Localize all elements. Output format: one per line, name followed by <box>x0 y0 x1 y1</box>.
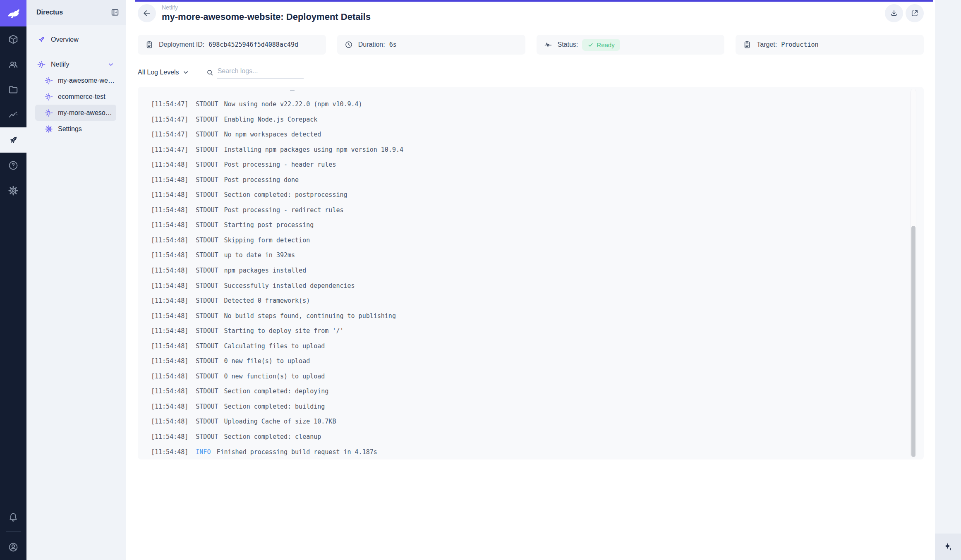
module-content[interactable] <box>0 26 26 52</box>
netlify-node-icon <box>45 109 53 117</box>
sidebar-item-overview[interactable]: Overview <box>26 31 121 48</box>
chevron-down-icon <box>182 69 189 76</box>
log-row: [11:54:48]STDOUTSuccessfully installed d… <box>151 278 899 294</box>
log-row: [11:54:48]STDOUTStarting to deploy site … <box>151 323 899 339</box>
module-users[interactable] <box>0 52 26 77</box>
status-card: Status: Ready <box>537 35 725 55</box>
module-help[interactable] <box>0 153 26 178</box>
log-row: [11:54:47]STDOUTEnabling Node.js Corepac… <box>151 112 899 127</box>
sparkle-icon <box>943 542 953 552</box>
log-row: [11:54:48]STDOUTSection completed: postp… <box>151 187 899 203</box>
sidebar-item-label: Overview <box>51 36 79 43</box>
nav-items: Overview Netlify <box>26 25 126 137</box>
gear-icon <box>8 185 19 196</box>
folder-icon <box>8 84 19 95</box>
card-label: Duration: <box>358 41 385 48</box>
search-input[interactable] <box>217 67 304 79</box>
sidebar-item-ecommerce-test[interactable]: ecommerce-test <box>35 89 116 105</box>
log-panel: [11:54:47]STDOUTNow using node v22.22.0 … <box>138 87 924 459</box>
card-label: Deployment ID: <box>159 41 204 48</box>
download-logs-button[interactable] <box>885 4 903 22</box>
module-settings[interactable] <box>0 178 26 203</box>
netlify-node-icon <box>45 77 53 85</box>
account-button[interactable] <box>0 534 26 560</box>
log-row: [11:54:48]STDOUTPost processing done <box>151 172 899 188</box>
log-row: [11:54:48]STDOUTCalculating files to upl… <box>151 339 899 354</box>
log-row: [11:54:48]STDOUTDetected 0 framework(s) <box>151 293 899 309</box>
deployment-id-value: 698cb4525946f5d4088ac49d <box>208 41 298 48</box>
log-level-dropdown[interactable]: All Log Levels <box>138 69 189 76</box>
module-insights[interactable] <box>0 102 26 127</box>
module-bar-divider <box>6 531 21 532</box>
module-bar-spacer <box>0 203 26 505</box>
check-icon <box>587 42 594 48</box>
gear-icon <box>45 125 53 133</box>
account-circle-icon <box>8 542 19 553</box>
log-row: [11:54:48]STDOUTnpm packages installed <box>151 263 899 278</box>
chevron-down-icon[interactable] <box>107 61 115 68</box>
log-row: [11:54:48]STDOUT0 new function(s) to upl… <box>151 369 899 384</box>
sidebar-item-my-more-awesome-website[interactable]: my-more-aweso… <box>35 105 116 121</box>
deployment-id-card: Deployment ID: 698cb4525946f5d4088ac49d <box>138 35 326 55</box>
log-scrollbar-thumb[interactable] <box>911 226 915 457</box>
target-card: Target: Production <box>736 35 924 55</box>
people-icon <box>8 59 19 70</box>
sidebar-item-label: my-awesome-we… <box>58 77 115 84</box>
header-actions <box>885 4 924 22</box>
activity-icon <box>544 41 552 49</box>
help-icon <box>8 160 19 171</box>
sidebar-item-label: ecommerce-test <box>58 93 105 101</box>
log-row: [11:54:48]STDOUTNo build steps found, co… <box>151 309 899 324</box>
arrow-left-icon <box>142 9 151 18</box>
clipboard-icon <box>145 41 153 49</box>
log-row: [11:54:48]STDOUTPost processing - redire… <box>151 203 899 218</box>
module-files[interactable] <box>0 77 26 102</box>
sidebar-item-label: my-more-aweso… <box>58 109 112 117</box>
bell-icon <box>8 512 19 523</box>
sidebar-item-label: Settings <box>58 125 82 133</box>
log-row: [11:54:48]STDOUTSkipping form detection <box>151 233 899 248</box>
back-button[interactable] <box>138 4 156 22</box>
log-row: [11:54:47]STDOUTNo npm workspaces detect… <box>151 127 899 142</box>
app: Directus <box>0 0 961 560</box>
clipboard-icon <box>743 41 751 49</box>
sidebar-item-settings[interactable]: Settings <box>35 121 116 137</box>
nav-divider <box>36 52 113 52</box>
open-external-button[interactable] <box>906 4 924 22</box>
log-row: [11:54:48]STDOUTup to date in 392ms <box>151 248 899 263</box>
sidebar-group-netlify[interactable]: Netlify <box>26 56 121 72</box>
duration-card: Duration: 6s <box>337 35 525 55</box>
clock-icon <box>345 41 353 49</box>
card-label: Status: <box>558 41 578 48</box>
log-lines: [11:54:47]STDOUTNow using node v22.22.0 … <box>151 97 899 459</box>
collapse-sidebar-button[interactable] <box>110 8 120 17</box>
rabbit-logo-icon <box>5 5 21 21</box>
sidebar-item-label: Netlify <box>51 61 69 68</box>
card-label: Target: <box>757 41 777 48</box>
breadcrumb: Netlify <box>162 4 371 11</box>
right-sidebar-strip <box>935 0 961 560</box>
log-row: [11:54:47]STDOUTNow using node v22.22.0 … <box>151 97 899 112</box>
duration-value: 6s <box>389 41 397 48</box>
search-icon <box>206 69 214 77</box>
module-deployments[interactable] <box>0 127 26 153</box>
ai-assistant-button[interactable] <box>935 534 961 560</box>
clipped-log-line <box>290 90 295 91</box>
title-block: Netlify my-more-awesome-website: Deploym… <box>162 4 371 22</box>
page-header: Netlify my-more-awesome-website: Deploym… <box>126 0 935 22</box>
rocket-icon <box>8 135 19 146</box>
cube-icon <box>8 34 19 45</box>
notifications-button[interactable] <box>0 505 26 530</box>
log-row: [11:54:48]STDOUTSection completed: build… <box>151 399 899 414</box>
main-content: Netlify my-more-awesome-website: Deploym… <box>126 0 935 560</box>
log-row: [11:54:48]STDOUTUploading Cache of size … <box>151 414 899 429</box>
log-row: [11:54:48]STDOUT0 new file(s) to upload <box>151 354 899 369</box>
netlify-node-icon <box>45 93 53 101</box>
log-filter-row: All Log Levels <box>138 65 924 79</box>
netlify-node-icon <box>37 60 46 69</box>
sidebar-item-my-awesome-website[interactable]: my-awesome-we… <box>35 72 116 89</box>
page-title: my-more-awesome-website: Deployment Deta… <box>162 12 371 22</box>
log-row: [11:54:48]STDOUTSection completed: clean… <box>151 429 899 445</box>
directus-logo[interactable] <box>0 0 26 26</box>
log-row: [11:54:48]INFOFinished processing build … <box>151 445 899 459</box>
